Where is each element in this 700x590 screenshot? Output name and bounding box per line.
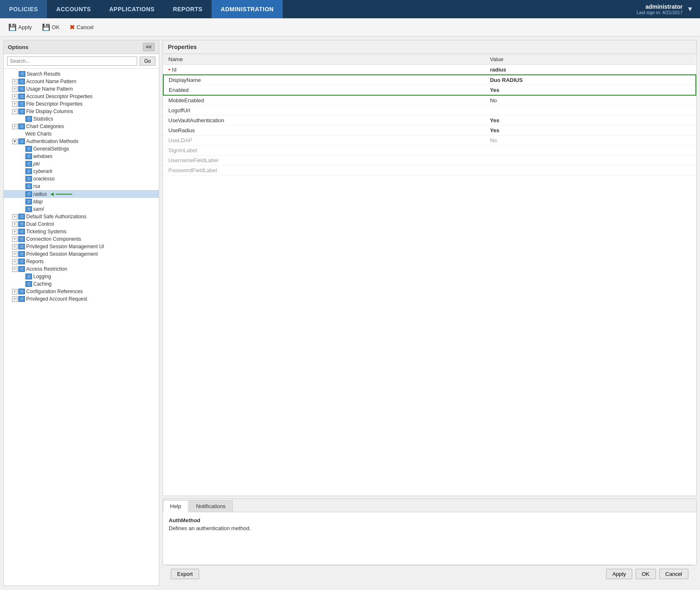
expand-icon: + — [12, 267, 17, 272]
options-title: Options — [8, 44, 28, 50]
search-bar: Go — [4, 54, 159, 69]
tree-item-dual-control[interactable]: +☷Dual Control — [4, 220, 159, 228]
collapse-button[interactable]: << — [143, 43, 155, 51]
properties-header: Properties — [163, 40, 696, 54]
tree-label: Ticketing Systems — [26, 229, 67, 235]
nav-applications[interactable]: APPLICATIONS — [100, 0, 164, 18]
tree-item-file-descriptor-properties[interactable]: +☷File Descriptor Properties — [4, 100, 159, 108]
property-value: Yes — [485, 116, 696, 126]
node-icon: ☷ — [25, 176, 32, 182]
tree-item-saml[interactable]: ☷saml — [4, 205, 159, 213]
property-value — [485, 156, 696, 165]
property-name: UseLDAP — [163, 136, 485, 146]
tree-item-default-safe-authorizations[interactable]: +☷Default Safe Authorizations — [4, 213, 159, 220]
search-go-button[interactable]: Go — [140, 57, 155, 66]
tree-item-general-settings[interactable]: ☷GeneralSettings — [4, 145, 159, 153]
nav-reports[interactable]: REPORTS — [164, 0, 212, 18]
node-icon: ☷ — [18, 94, 25, 99]
tree-label: ldap — [33, 199, 43, 205]
tab-notifications[interactable]: Notifications — [189, 500, 233, 512]
apply-icon: 💾 — [8, 23, 17, 31]
tree-item-radius[interactable]: ☷radius◄ — [4, 190, 159, 198]
tree-item-authentication-methods[interactable]: ▼☷Authentication Methods — [4, 138, 159, 145]
help-content-description: Defines an authentication method. — [169, 525, 690, 531]
expand-icon — [19, 176, 25, 182]
tree-item-chart-categories[interactable]: +☷Chart Categories — [4, 123, 159, 130]
main-layout: Options << Go ☷Search Results+☷Account N… — [0, 37, 700, 589]
property-name: UseVaultAuthentication — [163, 116, 485, 126]
expand-icon — [19, 206, 25, 212]
tree-item-windows[interactable]: ☷windows — [4, 153, 159, 160]
tree-item-oraclesso[interactable]: ☷oraclesso — [4, 175, 159, 183]
cancel-button[interactable]: ✖ Cancel — [66, 22, 96, 33]
tree-label: Account Name Pattern — [26, 79, 76, 84]
expand-icon: + — [12, 237, 17, 242]
property-name: UseRadius — [163, 126, 485, 136]
tree-label: Web Charts — [25, 131, 52, 137]
expand-icon: + — [12, 109, 17, 114]
tree-item-search-results[interactable]: ☷Search Results — [4, 70, 159, 78]
tree-item-ticketing-systems[interactable]: +☷Ticketing Systems — [4, 228, 159, 235]
tree-item-access-restriction[interactable]: +☷Access Restriction — [4, 265, 159, 273]
tree-item-privileged-session-management-ui[interactable]: +☷Privileged Session Management UI — [4, 243, 159, 250]
expand-icon: + — [12, 79, 17, 84]
tree-label: Privileged Session Management UI — [26, 244, 104, 249]
tree-item-account-descriptor-properties[interactable]: +☷Account Descriptor Properties — [4, 93, 159, 100]
node-icon: ☷ — [18, 251, 25, 257]
nav-administration[interactable]: ADMINISTRATION — [212, 0, 283, 18]
user-dropdown-icon[interactable]: ▼ — [687, 5, 693, 13]
ok-button[interactable]: 💾 OK — [39, 22, 63, 33]
tree-item-ldap[interactable]: ☷ldap — [4, 198, 159, 205]
table-row: UseLDAPNo — [163, 136, 696, 146]
export-button[interactable]: Export — [171, 569, 199, 579]
bottom-ok-button[interactable]: OK — [636, 569, 656, 579]
bottom-cancel-button[interactable]: Cancel — [659, 569, 688, 579]
bottom-apply-button[interactable]: Apply — [606, 569, 632, 579]
tree-item-cyberark[interactable]: ☷cyberark — [4, 168, 159, 175]
property-name: DisplayName — [163, 75, 485, 85]
nav-policies[interactable]: POLICIES — [0, 0, 47, 18]
nav-accounts[interactable]: ACCOUNTS — [47, 0, 100, 18]
apply-button[interactable]: 💾 Apply — [5, 22, 35, 33]
user-info[interactable]: administrator Last sign in: 4/21/2017 ▼ — [630, 0, 700, 18]
node-icon: ☷ — [18, 244, 25, 249]
table-row: SignInLabel — [163, 146, 696, 156]
tree-item-caching[interactable]: ☷Caching — [4, 280, 159, 288]
tree-label: Chart Categories — [26, 123, 64, 129]
tree-item-logging[interactable]: ☷Logging — [4, 273, 159, 280]
node-icon: ☷ — [19, 71, 25, 77]
property-name: MobileEnabled — [163, 95, 485, 106]
node-icon: ☷ — [18, 138, 25, 144]
table-row: UseVaultAuthenticationYes — [163, 116, 696, 126]
tree-item-file-display-columns[interactable]: +☷File Display Columns — [4, 108, 159, 115]
tree-item-privileged-account-request[interactable]: +☷Privileged Account Request — [4, 295, 159, 303]
tree-item-statistics[interactable]: ☷Statistics — [4, 115, 159, 123]
property-name: SignInLabel — [163, 146, 485, 156]
node-icon: ☷ — [18, 86, 25, 92]
tree-item-pki[interactable]: ☷pki — [4, 160, 159, 168]
tree-label: Connection Components — [26, 236, 81, 242]
tree-item-privileged-session-management[interactable]: +☷Privileged Session Management — [4, 250, 159, 258]
tree-label: File Display Columns — [26, 109, 73, 114]
tree-item-connection-components[interactable]: +☷Connection Components — [4, 235, 159, 243]
help-content: AuthMethod Defines an authentication met… — [163, 512, 696, 565]
expand-icon — [19, 191, 25, 197]
tree-item-configuration-references[interactable]: +☷Configuration References — [4, 288, 159, 295]
expand-icon: + — [12, 222, 17, 227]
property-name: PasswordFieldLabel — [163, 165, 485, 175]
arrow-line — [56, 194, 72, 195]
tree-item-web-charts[interactable]: Web Charts — [4, 130, 159, 138]
tree-label: cyberark — [33, 168, 52, 174]
tree-item-usage-name-pattern[interactable]: +☷Usage Name Pattern — [4, 85, 159, 93]
tree-item-account-name-pattern[interactable]: +☷Account Name Pattern — [4, 78, 159, 85]
tab-help[interactable]: Help — [163, 500, 188, 512]
tree-label: saml — [33, 206, 44, 212]
table-row: •Idradius — [163, 65, 696, 75]
tree-label: windows — [33, 153, 52, 159]
search-input[interactable] — [7, 57, 137, 66]
expand-icon — [19, 153, 25, 159]
tree-item-rsa[interactable]: ☷rsa — [4, 183, 159, 190]
table-row: LogoffUrl — [163, 106, 696, 116]
property-value: Yes — [485, 126, 696, 136]
tree-item-reports[interactable]: +☷Reports — [4, 258, 159, 265]
